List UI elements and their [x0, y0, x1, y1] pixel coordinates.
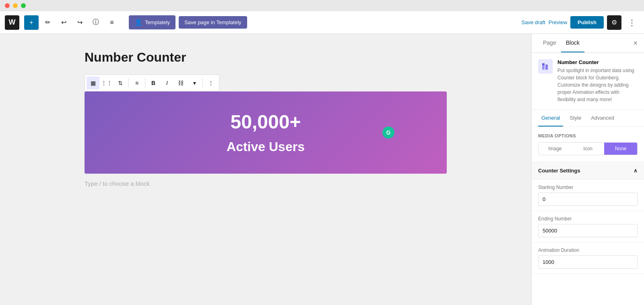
- media-image-button[interactable]: Image: [539, 143, 572, 155]
- media-options-section: Media Options Image Icon None: [532, 127, 644, 162]
- plus-icon: +: [29, 19, 33, 26]
- maximize-btn[interactable]: [21, 3, 26, 8]
- publish-button[interactable]: Publish: [570, 16, 604, 29]
- block-more-button[interactable]: ⋮: [204, 77, 217, 89]
- save-draft-button[interactable]: Save draft: [522, 19, 545, 25]
- media-options-group: Image Icon None: [538, 142, 638, 155]
- block-description: Put spotlight in important data using Co…: [557, 67, 638, 103]
- ellipsis-icon: ⋮: [208, 80, 214, 86]
- editor-area[interactable]: Number Counter ▦ ⋮⋮ ⇅ ≡ B: [0, 34, 531, 305]
- starting-number-label: Starting Number: [538, 185, 638, 190]
- svg-rect-1: [545, 64, 548, 70]
- header-actions: Save draft Preview Publish ⚙ ⋮: [522, 15, 639, 30]
- drag-icon: ⋮⋮: [101, 80, 112, 86]
- undo-icon: ↩: [61, 19, 66, 26]
- templately-button[interactable]: 👤 Templately: [129, 15, 175, 29]
- add-block-button[interactable]: +: [24, 15, 39, 30]
- settings-button[interactable]: ⚙: [607, 15, 621, 30]
- close-btn[interactable]: [5, 3, 10, 8]
- minimize-btn[interactable]: [13, 3, 18, 8]
- link-button[interactable]: ⛓: [174, 77, 187, 89]
- animation-duration-input[interactable]: [538, 255, 638, 269]
- starting-number-group: Starting Number: [532, 180, 644, 211]
- ending-number-group: Ending Number: [532, 211, 644, 243]
- align-button[interactable]: ≡: [130, 77, 143, 89]
- chevron-down-icon: ▾: [193, 80, 196, 86]
- tab-general[interactable]: General: [538, 110, 563, 127]
- italic-button[interactable]: I: [161, 77, 173, 89]
- page-title: Number Counter: [85, 50, 447, 65]
- redo-button[interactable]: ↪: [72, 15, 87, 30]
- counter-settings-header[interactable]: Counter Settings ∧: [532, 162, 644, 180]
- move-up-down-button[interactable]: ⇅: [114, 77, 127, 89]
- right-sidebar: Page Block × Number Counter Put spotligh…: [531, 34, 644, 305]
- pencil-icon: ✏: [45, 19, 50, 26]
- block-tab[interactable]: Block: [561, 34, 584, 52]
- media-none-button[interactable]: None: [604, 143, 637, 155]
- wp-logo: W: [5, 15, 19, 30]
- tab-style[interactable]: Style: [566, 110, 584, 127]
- gear-icon: ⚙: [611, 19, 617, 26]
- ending-number-input[interactable]: [538, 224, 638, 237]
- templately-icon: 👤: [134, 19, 142, 26]
- italic-icon: I: [166, 80, 168, 86]
- starting-number-input[interactable]: [538, 193, 638, 206]
- block-info: Number Counter Put spotlight in importan…: [532, 53, 644, 110]
- close-icon: ×: [633, 39, 638, 47]
- media-icon-button[interactable]: Icon: [572, 143, 605, 155]
- bold-button[interactable]: B: [147, 77, 160, 89]
- redo-icon: ↪: [77, 19, 83, 26]
- list-icon: ≡: [110, 19, 114, 26]
- block-toolbar: ▦ ⋮⋮ ⇅ ≡ B I ⛓: [85, 75, 219, 91]
- ending-number-label: Ending Number: [538, 216, 638, 222]
- save-in-templately-button[interactable]: Save page in Templately: [179, 16, 247, 29]
- page-tab[interactable]: Page: [538, 34, 561, 52]
- block-type-icon: ▦: [91, 80, 96, 86]
- link-icon: ⛓: [178, 80, 184, 86]
- preview-button[interactable]: Preview: [549, 19, 567, 25]
- toolbar-divider-3: [202, 78, 203, 88]
- counter-settings-label: Counter Settings: [538, 168, 580, 174]
- vertical-dots-icon: ⋮: [628, 18, 636, 27]
- top-toolbar: W + ✏ ↩ ↪ ⓘ ≡ 👤 Templately Save page in …: [0, 11, 644, 34]
- drag-handle[interactable]: ⋮⋮: [100, 77, 113, 89]
- sidebar-header: Page Block ×: [532, 34, 644, 53]
- align-icon: ≡: [135, 80, 138, 86]
- more-options-button[interactable]: ⋮: [625, 15, 639, 30]
- info-icon: ⓘ: [93, 18, 99, 27]
- grammarly-icon[interactable]: G: [382, 127, 394, 139]
- titlebar: [0, 0, 644, 11]
- toolbar-divider: [128, 78, 129, 88]
- list-view-button[interactable]: ≡: [105, 15, 119, 30]
- block-tabs: General Style Advanced: [532, 110, 644, 127]
- block-icon: [538, 59, 553, 74]
- sidebar-close-button[interactable]: ×: [633, 39, 638, 48]
- save-in-templately-label: Save page in Templately: [184, 19, 241, 25]
- tab-advanced[interactable]: Advanced: [588, 110, 617, 127]
- templately-label: Templately: [145, 19, 170, 25]
- animation-duration-group: Animation Duration: [532, 243, 644, 274]
- toolbar-divider-2: [145, 78, 145, 88]
- bold-icon: B: [151, 80, 155, 86]
- block-info-text: Number Counter Put spotlight in importan…: [557, 59, 638, 103]
- block-name: Number Counter: [557, 59, 638, 65]
- editor-content: Number Counter ▦ ⋮⋮ ⇅ ≡ B: [85, 50, 447, 193]
- counter-label: Active Users: [94, 139, 437, 154]
- more-rich-text-button[interactable]: ▾: [188, 77, 201, 89]
- undo-button[interactable]: ↩: [56, 15, 71, 30]
- chevron-up-down-icon: ⇅: [118, 80, 123, 86]
- tools-button[interactable]: ✏: [40, 15, 55, 30]
- info-button[interactable]: ⓘ: [89, 15, 103, 30]
- animation-duration-label: Animation Duration: [538, 247, 638, 253]
- type-block-hint[interactable]: Type / to choose a block: [85, 174, 447, 193]
- svg-rect-2: [542, 63, 545, 65]
- media-options-label: Media Options: [538, 133, 638, 138]
- main-layout: Number Counter ▦ ⋮⋮ ⇅ ≡ B: [0, 34, 644, 305]
- collapse-icon: ∧: [634, 168, 638, 174]
- block-type-button[interactable]: ▦: [87, 77, 99, 89]
